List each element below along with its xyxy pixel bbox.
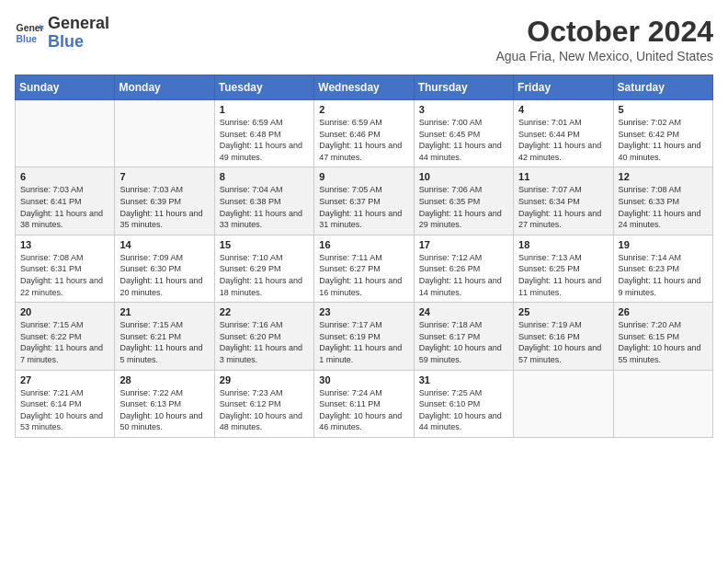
calendar-cell: 24Sunrise: 7:18 AM Sunset: 6:17 PM Dayli… [414, 303, 513, 370]
day-info: Sunrise: 7:23 AM Sunset: 6:12 PM Dayligh… [220, 387, 309, 433]
calendar-cell: 10Sunrise: 7:06 AM Sunset: 6:35 PM Dayli… [414, 167, 513, 235]
day-info: Sunrise: 7:15 AM Sunset: 6:22 PM Dayligh… [20, 319, 109, 365]
day-info: Sunrise: 6:59 AM Sunset: 6:46 PM Dayligh… [319, 117, 408, 163]
calendar-cell [613, 370, 712, 437]
day-number: 25 [518, 306, 608, 317]
day-number: 24 [419, 306, 508, 317]
calendar-cell: 31Sunrise: 7:25 AM Sunset: 6:10 PM Dayli… [414, 370, 513, 437]
calendar-cell: 19Sunrise: 7:14 AM Sunset: 6:23 PM Dayli… [613, 235, 712, 302]
week-row-3: 13Sunrise: 7:08 AM Sunset: 6:31 PM Dayli… [16, 235, 713, 302]
day-info: Sunrise: 7:05 AM Sunset: 6:37 PM Dayligh… [319, 184, 408, 230]
calendar-cell: 9Sunrise: 7:05 AM Sunset: 6:37 PM Daylig… [314, 167, 414, 235]
calendar-cell: 26Sunrise: 7:20 AM Sunset: 6:15 PM Dayli… [613, 303, 712, 370]
day-info: Sunrise: 7:09 AM Sunset: 6:30 PM Dayligh… [119, 252, 209, 298]
logo-icon: General Blue [15, 18, 44, 48]
logo-line1: General [48, 15, 109, 33]
svg-text:Blue: Blue [17, 33, 38, 43]
day-number: 9 [319, 171, 408, 182]
page-header: General Blue General Blue October 2024 A… [15, 15, 713, 63]
day-number: 10 [419, 171, 508, 182]
calendar-cell: 23Sunrise: 7:17 AM Sunset: 6:19 PM Dayli… [314, 303, 414, 370]
day-number: 3 [419, 104, 508, 115]
day-number: 20 [20, 306, 109, 317]
day-number: 26 [619, 306, 708, 317]
day-number: 7 [119, 171, 209, 182]
day-info: Sunrise: 7:00 AM Sunset: 6:45 PM Dayligh… [419, 117, 508, 163]
day-number: 14 [119, 239, 209, 250]
location: Agua Fria, New Mexico, United States [495, 49, 713, 63]
day-number: 27 [20, 374, 109, 385]
day-number: 4 [518, 104, 608, 115]
weekday-header-wednesday: Wednesday [314, 75, 414, 100]
week-row-5: 27Sunrise: 7:21 AM Sunset: 6:14 PM Dayli… [16, 370, 713, 437]
calendar-cell: 12Sunrise: 7:08 AM Sunset: 6:33 PM Dayli… [613, 167, 712, 235]
calendar-cell [514, 370, 613, 437]
day-number: 2 [319, 104, 408, 115]
day-info: Sunrise: 7:03 AM Sunset: 6:41 PM Dayligh… [20, 184, 109, 230]
calendar-cell: 28Sunrise: 7:22 AM Sunset: 6:13 PM Dayli… [115, 370, 214, 437]
calendar-cell: 8Sunrise: 7:04 AM Sunset: 6:38 PM Daylig… [214, 167, 313, 235]
calendar-cell: 20Sunrise: 7:15 AM Sunset: 6:22 PM Dayli… [16, 303, 115, 370]
day-info: Sunrise: 7:03 AM Sunset: 6:39 PM Dayligh… [119, 184, 209, 230]
logo-line2: Blue [48, 33, 109, 52]
day-number: 15 [220, 239, 309, 250]
calendar-cell: 27Sunrise: 7:21 AM Sunset: 6:14 PM Dayli… [16, 370, 115, 437]
week-row-2: 6Sunrise: 7:03 AM Sunset: 6:41 PM Daylig… [16, 167, 713, 235]
day-info: Sunrise: 7:19 AM Sunset: 6:16 PM Dayligh… [518, 319, 608, 365]
calendar-cell: 3Sunrise: 7:00 AM Sunset: 6:45 PM Daylig… [414, 100, 513, 167]
calendar-cell: 16Sunrise: 7:11 AM Sunset: 6:27 PM Dayli… [314, 235, 414, 302]
day-number: 8 [220, 171, 309, 182]
calendar-cell: 11Sunrise: 7:07 AM Sunset: 6:34 PM Dayli… [514, 167, 613, 235]
weekday-header-sunday: Sunday [16, 75, 115, 100]
calendar-cell: 15Sunrise: 7:10 AM Sunset: 6:29 PM Dayli… [214, 235, 313, 302]
calendar-cell: 1Sunrise: 6:59 AM Sunset: 6:48 PM Daylig… [214, 100, 313, 167]
logo: General Blue General Blue [15, 15, 109, 52]
day-info: Sunrise: 7:20 AM Sunset: 6:15 PM Dayligh… [619, 319, 708, 365]
calendar-cell: 14Sunrise: 7:09 AM Sunset: 6:30 PM Dayli… [115, 235, 214, 302]
day-info: Sunrise: 7:08 AM Sunset: 6:31 PM Dayligh… [20, 252, 109, 298]
day-info: Sunrise: 7:24 AM Sunset: 6:11 PM Dayligh… [319, 387, 408, 433]
day-number: 28 [119, 374, 209, 385]
calendar-cell: 17Sunrise: 7:12 AM Sunset: 6:26 PM Dayli… [414, 235, 513, 302]
calendar-cell: 13Sunrise: 7:08 AM Sunset: 6:31 PM Dayli… [16, 235, 115, 302]
day-info: Sunrise: 7:14 AM Sunset: 6:23 PM Dayligh… [619, 252, 708, 298]
logo-text: General Blue [48, 15, 109, 52]
weekday-header-thursday: Thursday [414, 75, 513, 100]
day-number: 17 [419, 239, 508, 250]
calendar-cell: 25Sunrise: 7:19 AM Sunset: 6:16 PM Dayli… [514, 303, 613, 370]
day-info: Sunrise: 6:59 AM Sunset: 6:48 PM Dayligh… [220, 117, 309, 163]
day-info: Sunrise: 7:22 AM Sunset: 6:13 PM Dayligh… [119, 387, 209, 433]
weekday-header-tuesday: Tuesday [214, 75, 313, 100]
calendar-cell: 6Sunrise: 7:03 AM Sunset: 6:41 PM Daylig… [16, 167, 115, 235]
weekday-header-monday: Monday [115, 75, 214, 100]
day-number: 11 [518, 171, 608, 182]
day-number: 5 [619, 104, 708, 115]
week-row-1: 1Sunrise: 6:59 AM Sunset: 6:48 PM Daylig… [16, 100, 713, 167]
calendar-cell [16, 100, 115, 167]
day-info: Sunrise: 7:01 AM Sunset: 6:44 PM Dayligh… [518, 117, 608, 163]
calendar-cell: 2Sunrise: 6:59 AM Sunset: 6:46 PM Daylig… [314, 100, 414, 167]
day-number: 13 [20, 239, 109, 250]
day-number: 16 [319, 239, 408, 250]
weekday-header-saturday: Saturday [613, 75, 712, 100]
day-info: Sunrise: 7:17 AM Sunset: 6:19 PM Dayligh… [319, 319, 408, 365]
day-number: 29 [220, 374, 309, 385]
calendar-cell: 4Sunrise: 7:01 AM Sunset: 6:44 PM Daylig… [514, 100, 613, 167]
day-number: 21 [119, 306, 209, 317]
calendar-cell: 22Sunrise: 7:16 AM Sunset: 6:20 PM Dayli… [214, 303, 313, 370]
calendar-table: SundayMondayTuesdayWednesdayThursdayFrid… [15, 75, 713, 438]
day-info: Sunrise: 7:16 AM Sunset: 6:20 PM Dayligh… [220, 319, 309, 365]
calendar-cell: 30Sunrise: 7:24 AM Sunset: 6:11 PM Dayli… [314, 370, 414, 437]
weekday-header-row: SundayMondayTuesdayWednesdayThursdayFrid… [16, 75, 713, 100]
day-number: 18 [518, 239, 608, 250]
weekday-header-friday: Friday [514, 75, 613, 100]
calendar-cell: 29Sunrise: 7:23 AM Sunset: 6:12 PM Dayli… [214, 370, 313, 437]
day-number: 23 [319, 306, 408, 317]
calendar-cell: 7Sunrise: 7:03 AM Sunset: 6:39 PM Daylig… [115, 167, 214, 235]
day-info: Sunrise: 7:08 AM Sunset: 6:33 PM Dayligh… [619, 184, 708, 230]
calendar-cell: 21Sunrise: 7:15 AM Sunset: 6:21 PM Dayli… [115, 303, 214, 370]
day-info: Sunrise: 7:13 AM Sunset: 6:25 PM Dayligh… [518, 252, 608, 298]
day-info: Sunrise: 7:10 AM Sunset: 6:29 PM Dayligh… [220, 252, 309, 298]
day-info: Sunrise: 7:07 AM Sunset: 6:34 PM Dayligh… [518, 184, 608, 230]
calendar-cell: 5Sunrise: 7:02 AM Sunset: 6:42 PM Daylig… [613, 100, 712, 167]
